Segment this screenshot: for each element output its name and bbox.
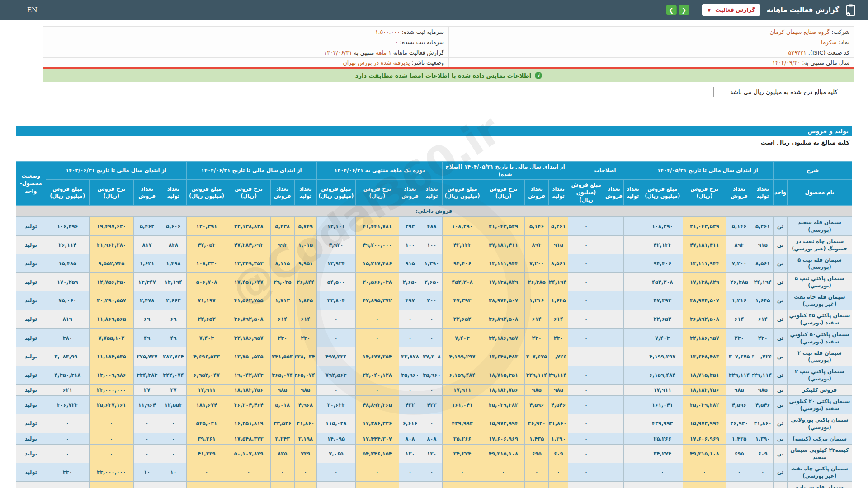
publisher-status-cell: وضعیت ناشر: پذیرفته شده در بورس تهران <box>43 58 449 68</box>
cell-e-3: ۴,۶۹۶,۵۳۳ <box>186 347 227 366</box>
cell-e-0: ۹۸۵ <box>294 385 316 396</box>
cell-b-1 <box>604 444 623 463</box>
unregistered-capital-value: ۰ <box>395 39 398 46</box>
cell-f-1: ۸۱۷ <box>133 235 160 254</box>
cell-a-0: ۸,۵۶۱ <box>752 254 774 272</box>
cell-d-0: ۸,۲۴۰ <box>421 482 443 488</box>
table-row: سیمان پاکتي ۲۵ کیلویي سفید (بورسي)تن۶۱۴۶… <box>16 310 852 328</box>
table-row: سیمان فله سفید (بورسي)تن۵,۲۶۱۵,۱۴۶۲۱,۰۴۳… <box>16 217 852 235</box>
cell-d-0: ۳۵,۹۶۰ <box>421 366 443 384</box>
cell-f-0: ۰ <box>160 444 186 463</box>
cell-e-2: ۱۳,۷۵۰,۵۲۵ <box>227 347 270 366</box>
cell-e-2: ۳۶,۲۰۴,۴۶۴ <box>227 396 270 414</box>
group-header-adjustments: اصلاحات <box>568 162 642 180</box>
cell-d-0: ۰ <box>421 385 443 396</box>
column-header-sales-amount: مبلغ فروش (میلیون ریال) <box>443 180 482 206</box>
cell-b-2: ۰ <box>568 328 604 347</box>
cell-a-0: ۶۰۹ <box>752 444 774 463</box>
cell-c-2: ۱۸,۱۸۳,۷۵۶ <box>482 385 525 396</box>
cell-f-2: ۳۳,۰۰۰,۰۰۰ <box>89 463 133 481</box>
cell-d-2: ۵۴,۳۴۶,۱۵۴ <box>355 444 399 463</box>
cell-e-0: ۷۳۹ <box>294 444 316 463</box>
cell-f-1: ۲۵۰ <box>133 482 160 488</box>
language-toggle-en[interactable]: EN <box>27 6 37 14</box>
cell-f-2: ۷,۷۵۵,۱۰۲ <box>89 328 133 347</box>
cell-a-1: ۳۶۲ <box>726 482 752 488</box>
cell-f-3: ۳,۰۸۳,۹۹۰ <box>46 347 89 366</box>
nav-previous-button[interactable]: ❮ <box>679 5 689 15</box>
cell-f-3: ۱۰۶,۴۹۶ <box>46 217 89 235</box>
column-header-status: وضعیت محصول-واحد <box>16 162 46 206</box>
cell-a-0: ۹۱۵ <box>752 235 774 254</box>
cell-e-3: ۰ <box>186 463 227 481</box>
company-cell: شرکت: گروه صنایع سیمان کرمان <box>449 27 854 37</box>
cell-c-3: ۱۶۱,۰۴۱ <box>443 396 482 414</box>
cell-c-1: ۵,۱۴۶ <box>525 217 549 235</box>
cell-b-1 <box>604 235 623 254</box>
cell-c-2: ۰ <box>482 463 525 481</box>
cell-d-2: ۰ <box>355 310 399 328</box>
cell-f-0: ۲۸۲,۷۶۴ <box>160 347 186 366</box>
cell-a-3: ۴,۱۹۹,۲۹۷ <box>642 347 683 366</box>
cell-e-1: ۸,۱۱۵ <box>270 254 294 272</box>
cell-f-3: ۳۰۶,۷۲۳ <box>46 396 89 414</box>
cell-d-1: ۱۰۰ <box>399 235 421 254</box>
company-label: شرکت: <box>831 28 849 35</box>
cell-c-2: ۱۴,۲۵۶,۹۰۶ <box>482 482 525 488</box>
section-row: فروش داخلي: <box>16 206 852 217</box>
cell-d-0: ۲۰۰ <box>421 291 443 310</box>
column-header-sales-amount: مبلغ فروش (میلیون ریال) <box>186 180 227 206</box>
cell-c-0: ۳۰۰,۷۲۶ <box>549 347 568 366</box>
cell-a-3: ۷,۴۰۳ <box>642 328 683 347</box>
unit-cell: تن <box>774 291 788 310</box>
cell-f-0: ۱۳,۱۹۴ <box>160 273 186 291</box>
signed-match-notice: i اطلاعات نمایش داده شده با اطلاعات امضا… <box>43 69 854 82</box>
cell-d-1: ۰ <box>399 385 421 396</box>
cell-d-1: ۴۹۷ <box>399 291 421 310</box>
cell-d-0: ۰ <box>421 463 443 481</box>
cell-c-3: ۰ <box>443 463 482 481</box>
cell-d-0: ۰ <box>421 310 443 328</box>
unit-cell: تن <box>774 433 788 444</box>
cell-a-1: ۵,۱۴۶ <box>726 217 752 235</box>
cell-a-3: ۱۷,۹۱۱ <box>642 385 683 396</box>
column-header-product-name: نام محصول <box>787 180 852 206</box>
table-row: سیمان پاکتي۵۰ کیلویي سفید (بورسي)تن۲۳۰۲۳… <box>16 328 852 347</box>
cell-a-2: ۳۲,۱۸۶,۹۵۷ <box>683 328 726 347</box>
cell-a-1: ۲۶,۹۲۰ <box>726 414 752 433</box>
product-name-cell: فروش کلینکر <box>787 385 852 396</box>
cell-f-1: ۵,۴۶۲ <box>133 217 160 235</box>
report-type-dropdown[interactable]: گزارش فعالیت ▼ <box>702 4 760 16</box>
cell-a-2: ۳۶,۸۹۲,۵۰۸ <box>683 310 726 328</box>
column-header-unit: واحد <box>774 180 788 206</box>
cell-e-0: ۲۱,۸۶۰ <box>294 414 316 433</box>
cell-f-1: ۱۰ <box>133 463 160 481</box>
cell-d-3: ۱۲,۱۲۴ <box>316 482 355 488</box>
column-header-sales-rate: نرخ فروش (ریال) <box>355 180 399 206</box>
product-name-cell: سیمان چاه نفت در جمبوبگ (غیر بورسي) <box>787 235 852 254</box>
cell-b-1 <box>604 328 623 347</box>
cell-d-0: ۳۷,۳۰۸ <box>421 347 443 366</box>
product-name-cell: سیمان پاکتي تیپ ۵ (بورسي) <box>787 273 852 291</box>
unit-cell: تن <box>774 444 788 463</box>
cell-f-3: ۸۱۹ <box>46 310 89 328</box>
cell-a-3: ۴۷,۳۹۳ <box>642 291 683 310</box>
cell-a-0: ۰ <box>752 463 774 481</box>
cell-c-2: ۱۸,۷۱۵,۳۵۱ <box>482 366 525 384</box>
cell-d-2: ۰ <box>355 328 399 347</box>
unit-cell: تن <box>774 235 788 254</box>
cell-e-1: ۰ <box>270 463 294 481</box>
cell-a-2: ۰ <box>683 463 726 481</box>
cell-e-3: ۵۴۵,۰۲۱ <box>186 414 227 433</box>
cell-e-3: ۴۱,۳۳۹ <box>186 444 227 463</box>
cell-a-0: ۲۱,۸۶۰ <box>752 414 774 433</box>
status-cell: تولید <box>16 235 46 254</box>
isic-value: ۵۳۹۴۲۱ <box>788 49 807 56</box>
cell-c-3: ۴۵۲,۲۰۸ <box>443 273 482 291</box>
nav-next-button[interactable]: ❯ <box>666 5 677 15</box>
product-name-cell: سیمان پاکتي چاه نفت (غیر بورسي) <box>787 463 852 481</box>
cell-a-0: ۳۰۰,۷۲۶ <box>752 347 774 366</box>
cell-d-2: ۴۷,۸۹۵,۳۷۲ <box>355 291 399 310</box>
cell-d-3: ۱۴,۰۹۵ <box>316 433 355 444</box>
status-cell: تولید <box>16 414 46 433</box>
